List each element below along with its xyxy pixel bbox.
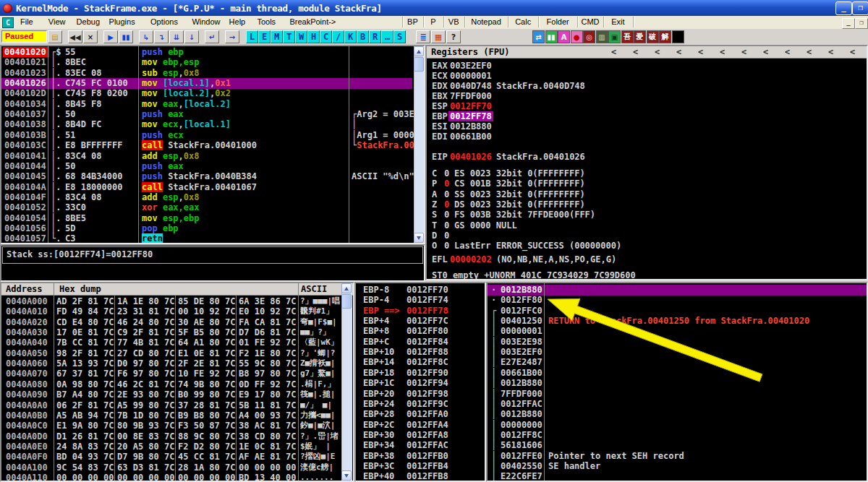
ebp-offset-row[interactable]: EBP+340012FFAC	[356, 440, 485, 451]
toolbar-letter-button-slash[interactable]: /	[332, 30, 344, 43]
menu-item-file[interactable]: File	[16, 16, 38, 28]
hex-scrollbar-thumb[interactable]	[341, 294, 352, 309]
toolbar-letter-button-L[interactable]: L	[246, 30, 258, 43]
menu-item-view[interactable]: View	[44, 16, 70, 28]
hex-row[interactable]: 0040A0407B CC 81 7C77 4B 81 7C64 A1 80 7…	[1, 337, 341, 348]
disasm-row[interactable]: 00401056│.5Dpop ebp	[1, 223, 412, 234]
flag-row[interactable]: P0CS 001B 32bit 0(FFFFFFFF)	[427, 178, 867, 189]
flag-row[interactable]: C0ES 0023 32bit 0(FFFFFFFF)	[427, 168, 867, 179]
ebp-offset-row[interactable]: EBP+2C0012FFA4	[356, 420, 485, 431]
flag-row[interactable]: O0LastErr ERROR_SUCCESS (00000000)	[427, 241, 867, 251]
toolbar-cn-plugin-4-button[interactable]: 解	[659, 30, 671, 43]
hex-row[interactable]: 0040A0A006 2F 81 7CA5 99 80 7C37 28 81 7…	[1, 400, 341, 411]
mdi-child-icon[interactable]: C	[2, 17, 14, 28]
toolbar-pause-button[interactable]: ▮▮	[119, 30, 133, 43]
ebp-offset-row[interactable]: EBP+80012FF80	[356, 326, 485, 337]
menu-item-cmd[interactable]: CMD	[578, 16, 602, 28]
toolbar-step-over-button[interactable]: ↴	[154, 30, 169, 43]
minimize-button[interactable]: _	[835, 1, 852, 15]
disasm-scrollbar-track[interactable]	[414, 46, 425, 243]
disasm-row[interactable]: 00401057└.C3retn	[1, 233, 412, 244]
toolbar-goto-button[interactable]: →	[225, 30, 239, 43]
ebp-offset-row[interactable]: EBP+40012FF7C	[356, 316, 485, 327]
toolbar-trace-over-button[interactable]: ↓	[184, 30, 199, 43]
toolbar-windows-list-button[interactable]: ≣	[416, 30, 430, 43]
hex-row[interactable]: 0040A0F0BD 04 93 7CD7 9B 80 7C45 CC 81 7…	[1, 452, 341, 462]
menu-item-debug[interactable]: Debug	[72, 16, 104, 28]
disasm-row[interactable]: 00401021│.8BECmov ebp,esp	[1, 57, 412, 68]
hex-row[interactable]: 0040A03017 0E 81 7CC9 2F 81 7C5F B5 80 7…	[1, 327, 341, 338]
register-row[interactable]: ECX00000001	[427, 71, 867, 82]
disasm-row[interactable]: 00401038│.8B4D FCmov ecx,[local.1]│	[1, 119, 412, 130]
flag-row[interactable]: D0	[427, 231, 867, 241]
disasm-row[interactable]: 00401023│.83EC 08sub esp,0x8	[1, 68, 412, 79]
ebp-offset-row[interactable]: EBP ==>0012FF78	[356, 306, 485, 317]
ebp-offset-row[interactable]: EBP+300012FFA8	[356, 430, 485, 441]
toolbar-black-plugin-button[interactable]	[672, 30, 684, 43]
hex-scrollbar-up-button[interactable]	[341, 283, 352, 293]
disasm-row[interactable]: 00401020┌$55push ebp	[1, 47, 412, 58]
menu-item-p[interactable]: P	[424, 16, 443, 28]
ebp-offset-row[interactable]: EBP+140012FF8C	[356, 357, 485, 368]
ebp-offset-row[interactable]: EBP+400012FFB8	[356, 471, 485, 482]
mdi-restore-button[interactable]: ❐	[855, 18, 868, 29]
menu-item-help[interactable]: Help	[225, 16, 250, 28]
collapse-chevron-icon[interactable]: <	[676, 47, 681, 57]
toolbar-open-file-button[interactable]: ▤	[48, 30, 62, 43]
toolbar-restart-button[interactable]: ◀◀	[68, 30, 82, 43]
toolbar-record-plugin-button[interactable]: ●	[571, 30, 583, 43]
register-row[interactable]: EDI00661B00	[427, 132, 867, 142]
toolbar-letter-button-more[interactable]: …	[381, 30, 393, 43]
hex-row[interactable]: 0040A0800A 98 80 7C46 2C 81 7C74 9B 80 7…	[1, 379, 341, 390]
toolbar-letter-button-S[interactable]: S	[393, 30, 406, 43]
ebp-offset-row[interactable]: EBP+380012FFB0	[356, 451, 485, 462]
hex-row[interactable]: 0040A010FD 49 84 7C23 31 81 7C00 10 92 7…	[1, 306, 341, 317]
flag-row[interactable]: S0FS 003B 32bit 7FFDE000(FFF)	[427, 210, 867, 220]
toolbar-step-into-button[interactable]: ↳	[139, 30, 153, 43]
hex-row[interactable]: 0040A0B0A5 AB 94 7C7B 1D 80 7CB9 B8 80 7…	[1, 410, 341, 421]
collapse-chevron-icon[interactable]: <	[720, 47, 725, 57]
hex-row[interactable]: 0040A0605A 13 93 7CD0 97 80 7C2F 2E 81 7…	[1, 358, 341, 369]
hex-row[interactable]: 0040A07067 37 81 7CF6 97 80 7C10 FE 92 7…	[1, 369, 341, 379]
hex-row[interactable]: 0040A0E024 8A 83 7C20 A5 80 7CF2 D2 80 7…	[1, 442, 341, 452]
menu-item-breakpoint[interactable]: BreakPoint->	[285, 16, 340, 28]
disasm-row[interactable]: 00401045│.68 84B34000push StackFra.0040B…	[1, 171, 412, 182]
toolbar-until-return-button[interactable]: ↵	[205, 30, 219, 43]
menu-item-notepad[interactable]: Notepad	[465, 16, 508, 28]
ebp-offset-row[interactable]: EBP-40012FF74	[356, 295, 485, 306]
collapse-chevron-icon[interactable]: <	[785, 47, 790, 57]
toolbar-help-button[interactable]: ?	[446, 30, 461, 43]
disasm-row[interactable]: 00401054│.8BE5mov esp,ebp	[1, 213, 412, 224]
menu-item-calc[interactable]: Calc	[509, 16, 537, 28]
collapse-chevron-icon[interactable]: <	[698, 47, 703, 57]
hex-row[interactable]: 0040A0C0E1 9A 80 7C80 9B 93 7CF3 50 87 7…	[1, 421, 341, 431]
menu-item-options[interactable]: Options	[146, 16, 182, 28]
toolbar-letter-button-B[interactable]: B	[357, 30, 369, 43]
register-row[interactable]: EDX0040D748StackFra.0040D748	[427, 81, 867, 92]
collapse-chevron-icon[interactable]: <	[655, 47, 660, 57]
toolbar-bands-plugin-button[interactable]: ▥	[596, 30, 608, 43]
toolbar-letter-button-R[interactable]: R	[369, 30, 381, 43]
toolbar-cn-plugin-2-button[interactable]: 爱	[634, 30, 646, 43]
ebp-offset-row[interactable]: EBP+100012FF88	[356, 347, 485, 358]
ebp-offset-row[interactable]: EBP+240012FF9C	[356, 399, 485, 410]
menu-item-tools[interactable]: Tools	[252, 16, 280, 28]
ebp-offset-row[interactable]: EBP+3C0012FFB4	[356, 461, 485, 472]
hex-row[interactable]: 0040A1009C 54 83 7C63 D3 81 7C28 1A 80 7…	[1, 462, 341, 473]
menu-item-plugins[interactable]: Plugins	[105, 16, 140, 28]
disasm-row[interactable]: 00401026│.C745 FC 0100mov [local.1],0x1	[1, 78, 412, 89]
toolbar-letter-button-T[interactable]: T	[283, 30, 295, 43]
register-row[interactable]: EBX7FFDF000	[427, 91, 867, 102]
menu-item-vb[interactable]: VB	[444, 16, 464, 28]
restore-button[interactable]: ❐	[852, 1, 868, 15]
collapse-chevron-icon[interactable]: <	[807, 47, 812, 57]
ebp-offset-row[interactable]: EBP+180012FF90	[356, 368, 485, 379]
toolbar-letter-button-C[interactable]: C	[320, 30, 332, 43]
toolbar-letter-button-K[interactable]: K	[344, 30, 357, 43]
toolbar-letter-button-E[interactable]: E	[258, 30, 271, 43]
hex-row[interactable]: 0040A000AD 2F 81 7C1A 1E 80 7C85 DE 80 7…	[1, 296, 341, 307]
toolbar-a-plugin-button[interactable]: A	[558, 30, 570, 43]
menu-item-window[interactable]: Window	[187, 16, 224, 28]
toolbar-cn-plugin-3-button[interactable]: 破	[647, 30, 659, 43]
register-row-eip[interactable]: EIP00401026StackFra.00401026	[427, 152, 867, 163]
